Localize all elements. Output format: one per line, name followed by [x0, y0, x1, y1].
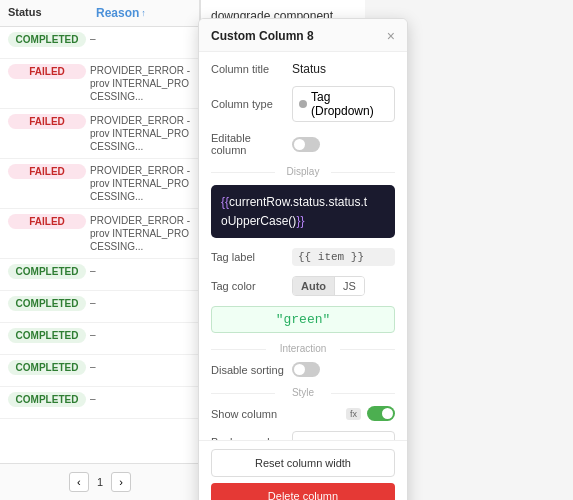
- table-row: COMPLETED –: [0, 323, 199, 355]
- tag-label-value: {{ item }}: [292, 248, 395, 266]
- editable-toggle-container: [292, 137, 395, 152]
- page-number: 1: [97, 476, 103, 488]
- status-badge: COMPLETED: [8, 360, 86, 375]
- table-header: Status Reason ↑: [0, 0, 199, 27]
- tag-color-js-btn[interactable]: JS: [335, 277, 364, 295]
- column-title-value: Status: [292, 62, 395, 76]
- table-row: FAILED PROVIDER_ERROR - prov INTERNAL_PR…: [0, 159, 199, 209]
- disable-sorting-label: Disable sorting: [211, 364, 286, 376]
- reason-cell: –: [86, 296, 191, 309]
- reason-cell: –: [86, 32, 191, 45]
- reason-cell: –: [86, 360, 191, 373]
- status-column-header: Status: [8, 6, 88, 20]
- editable-column-row: Editable column: [211, 132, 395, 156]
- disable-sorting-row: Disable sorting: [211, 362, 395, 377]
- editable-column-toggle[interactable]: [292, 137, 320, 152]
- style-section-label: Style: [211, 387, 395, 398]
- reason-cell: PROVIDER_ERROR - prov INTERNAL_PROCESSIN…: [86, 64, 191, 103]
- status-badge: FAILED: [8, 64, 86, 79]
- delete-column-button[interactable]: Delete column: [211, 483, 395, 500]
- show-column-toggle[interactable]: [367, 406, 395, 421]
- reason-cell: PROVIDER_ERROR - prov INTERNAL_PROCESSIN…: [86, 114, 191, 153]
- background-input[interactable]: [292, 431, 395, 440]
- modal-body: Column title Status Column type Tag (Dro…: [199, 52, 407, 440]
- display-section-label: Display: [211, 166, 395, 177]
- dropdown-dot-icon: [299, 100, 307, 108]
- value-code-block[interactable]: {{currentRow.status.status.t oUpperCase(…: [211, 185, 395, 238]
- table-row: COMPLETED –: [0, 27, 199, 59]
- status-badge: COMPLETED: [8, 264, 86, 279]
- status-badge: COMPLETED: [8, 32, 86, 47]
- table-body: COMPLETED – FAILED PROVIDER_ERROR - prov…: [0, 27, 199, 419]
- tag-color-buttons: Auto JS: [292, 276, 365, 296]
- table-row: COMPLETED –: [0, 387, 199, 419]
- table-row: COMPLETED –: [0, 291, 199, 323]
- table-panel: Status Reason ↑ COMPLETED – FAILED PROVI…: [0, 0, 200, 500]
- next-page-button[interactable]: ›: [111, 472, 131, 492]
- sort-arrow-icon[interactable]: ↑: [141, 8, 146, 18]
- reason-column-header: Reason ↑: [96, 6, 191, 20]
- background-row: Background: [211, 431, 395, 440]
- reset-column-width-button[interactable]: Reset column width: [211, 449, 395, 477]
- column-title-label: Column title: [211, 63, 286, 75]
- modal-header: Custom Column 8 ×: [199, 19, 407, 52]
- status-badge: FAILED: [8, 164, 86, 179]
- tag-label-label: Tag label: [211, 251, 286, 263]
- code-text: {{currentRow.status.status.t oUpperCase(…: [221, 193, 385, 230]
- close-icon[interactable]: ×: [387, 29, 395, 43]
- column-title-row: Column title Status: [211, 62, 395, 76]
- table-row: FAILED PROVIDER_ERROR - prov INTERNAL_PR…: [0, 59, 199, 109]
- table-row: COMPLETED –: [0, 259, 199, 291]
- disable-sorting-toggle[interactable]: [292, 362, 320, 377]
- tag-color-label: Tag color: [211, 280, 286, 292]
- reason-cell: PROVIDER_ERROR - prov INTERNAL_PROCESSIN…: [86, 214, 191, 253]
- tag-color-auto-btn[interactable]: Auto: [293, 277, 334, 295]
- column-type-dropdown[interactable]: Tag (Dropdown): [292, 86, 395, 122]
- column-type-row: Column type Tag (Dropdown): [211, 86, 395, 122]
- column-type-label: Column type: [211, 98, 286, 110]
- interaction-section-label: Interaction: [211, 343, 395, 354]
- tag-color-row: Tag color Auto JS: [211, 276, 395, 296]
- modal-footer: Reset column width Delete column: [199, 440, 407, 500]
- editable-column-label: Editable column: [211, 132, 286, 156]
- reason-cell: –: [86, 328, 191, 341]
- table-row: FAILED PROVIDER_ERROR - prov INTERNAL_PR…: [0, 209, 199, 259]
- tag-value-text: "green": [222, 312, 384, 327]
- table-row: FAILED PROVIDER_ERROR - prov INTERNAL_PR…: [0, 109, 199, 159]
- show-column-label: Show column: [211, 408, 286, 420]
- status-badge: FAILED: [8, 214, 86, 229]
- status-badge: COMPLETED: [8, 296, 86, 311]
- fx-badge: fx: [346, 408, 361, 420]
- tag-value-box: "green": [211, 306, 395, 333]
- status-badge: COMPLETED: [8, 328, 86, 343]
- modal-title: Custom Column 8: [211, 29, 314, 43]
- disable-sorting-toggle-container: [292, 362, 395, 377]
- status-badge: COMPLETED: [8, 392, 86, 407]
- status-badge: FAILED: [8, 114, 86, 129]
- tag-label-row: Tag label {{ item }}: [211, 248, 395, 266]
- show-column-row: Show column fx: [211, 406, 395, 421]
- reason-cell: –: [86, 392, 191, 405]
- reason-cell: –: [86, 264, 191, 277]
- reason-cell: PROVIDER_ERROR - prov INTERNAL_PROCESSIN…: [86, 164, 191, 203]
- prev-page-button[interactable]: ‹: [69, 472, 89, 492]
- custom-column-modal: Custom Column 8 × Column title Status Co…: [198, 18, 408, 500]
- table-row: COMPLETED –: [0, 355, 199, 387]
- pagination: ‹ 1 ›: [0, 463, 200, 500]
